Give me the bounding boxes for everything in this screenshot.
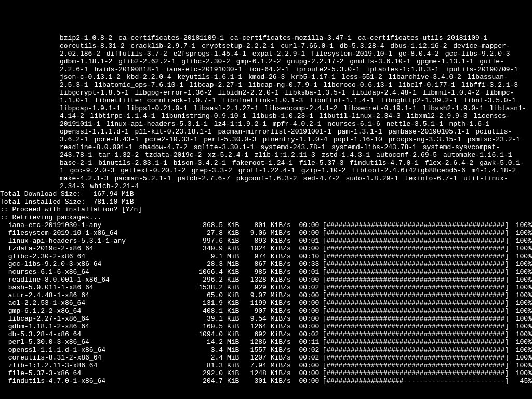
progress-bar: [#######################################… [322,369,509,377]
rate: 9.54 MiB/s [239,315,290,323]
percent: 100% [509,221,532,229]
time: 00:02 [291,330,320,338]
time: 00:00 [291,315,320,323]
size: 1066.4 KiB [195,268,240,276]
download-row: acl-2.2.53-1-x86_64131.9 KiB1199 KiB/s00… [0,299,532,307]
size: 28.3 MiB [195,260,240,268]
time: 00:10 [291,252,320,260]
rate: 985 KiB/s [239,268,290,276]
package-name: gmp-6.1.2-2-x86_64 [4,307,195,315]
rate: 301 KiB/s [239,377,290,385]
time: 00:01 [291,237,320,245]
percent: 100% [509,338,532,346]
download-row: filesystem-2019.10-1-x86_6427.8 KiB9.06 … [0,229,532,237]
time: 00:00 [291,229,320,237]
progress-bar: [#######################################… [322,229,509,237]
download-row: file-5.37-3-x86_64292.0 KiB1248 KiB/s00:… [0,369,532,377]
time: 00:00 [291,245,320,252]
size: 3.4 MiB [195,346,240,354]
size: 292.0 KiB [195,369,240,377]
package-name: filesystem-2019.10-1-x86_64 [4,229,195,237]
percent: 100% [509,299,532,307]
size: 27.8 KiB [195,229,240,237]
package-name: gcc-libs-9.2.0-3-x86_64 [4,260,195,268]
package-name: attr-2.4.48-1-x86_64 [4,291,195,299]
package-name: libcap-2.27-1-x86_64 [4,315,195,323]
download-row: openssl-1.1.1.d-1-x86_643.4 MiB1557 KiB/… [0,346,532,354]
size: 204.7 KiB [195,377,240,385]
progress-bar: [#######################################… [322,315,509,323]
percent: 100% [509,354,532,362]
percent: 100% [509,284,532,291]
rate: 9.07 MiB/s [239,291,290,299]
package-name: zlib-1:1.2.11-3-x86_64 [4,362,195,369]
package-name: db-5.3.28-4-x86_64 [4,330,195,338]
package-name: acl-2.2.53-1-x86_64 [4,299,195,307]
progress-bar: [###################--------------------… [322,377,509,385]
size: 131.9 KiB [195,299,240,307]
progress-bar: [#######################################… [322,268,509,276]
total-download: Total Download Size: 167.94 MiB [0,190,532,198]
size: 296.2 KiB [195,276,240,284]
progress-bar: [#######################################… [322,323,509,330]
progress-bar: [#######################################… [322,276,509,284]
progress-bar: [#######################################… [322,346,509,354]
progress-bar: [#######################################… [322,237,509,245]
percent: 100% [509,245,532,252]
progress-bar: [#######################################… [322,354,509,362]
download-row: coreutils-8.31-2-x86_642.4 MiB1207 KiB/s… [0,354,532,362]
rate: 907 KiB/s [239,307,290,315]
progress-bar: [#######################################… [322,260,509,268]
size: 2.4 MiB [195,354,240,362]
download-row: libcap-2.27-1-x86_6439.1 KiB9.54 MiB/s00… [0,315,532,323]
download-row: findutils-4.7.0-1-x86_64204.7 KiB301 KiB… [0,377,532,385]
progress-bar: [#######################################… [322,252,509,260]
percent: 100% [509,252,532,260]
time: 00:00 [291,291,320,299]
rate: 893 KiB/s [239,237,290,245]
time: 00:00 [291,377,320,385]
download-row: attr-2.4.48-1-x86_6465.0 KiB9.07 MiB/s00… [0,291,532,299]
time: 00:02 [291,354,320,362]
package-name: tzdata-2019c-2-x86_64 [4,245,195,252]
percent: 100% [509,307,532,315]
rate: 1557 KiB/s [239,346,290,354]
progress-bar: [#######################################… [322,291,509,299]
progress-bar: [#######################################… [322,307,509,315]
time: 00:01 [291,268,320,276]
size: 9.1 MiB [195,252,240,260]
percent: 100% [509,260,532,268]
size: 160.5 KiB [195,323,240,330]
progress-bar: [#######################################… [322,284,509,291]
package-name: gdbm-1.18.1-2-x86_64 [4,323,195,330]
progress-bar: [#######################################… [322,362,509,369]
download-row: gcc-libs-9.2.0-3-x86_6428.3 MiB867 KiB/s… [0,260,532,268]
package-name: openssl-1.1.1.d-1-x86_64 [4,346,195,354]
rate: 692 KiB/s [239,330,290,338]
percent: 45% [509,377,532,385]
download-row: tzdata-2019c-2-x86_64340.9 KiB1024 KiB/s… [0,245,532,252]
proceed-prompt[interactable]: :: Proceed with installation? [Y/n] [0,206,532,214]
rate: 1328 KiB/s [239,276,290,284]
size: 1094.0 KiB [195,330,240,338]
rate: 1264 KiB/s [239,323,290,330]
progress-bar: [#######################################… [322,245,509,252]
time: 00:00 [291,299,320,307]
download-row: readline-8.0.001-1-x86_64296.2 KiB1328 K… [0,276,532,284]
percent: 100% [509,323,532,330]
percent: 100% [509,291,532,299]
size: 408.1 KiB [195,307,240,315]
package-name: ncurses-6.1-6-x86_64 [4,268,195,276]
percent: 100% [509,330,532,338]
rate: 9.06 MiB/s [239,229,290,237]
percent: 100% [509,369,532,377]
package-name: perl-5.30.0-3-x86_64 [4,338,195,346]
time: 00:02 [291,284,320,291]
size: 81.3 KiB [195,362,240,369]
download-row: ncurses-6.1-6-x86_641066.4 KiB985 KiB/s0… [0,268,532,276]
download-row: zlib-1:1.2.11-3-x86_6481.3 KiB7.94 MiB/s… [0,362,532,369]
total-installed: Total Installed Size: 781.10 MiB [0,198,532,206]
percent: 100% [509,346,532,354]
rate: 7.94 MiB/s [239,362,290,369]
package-name: linux-api-headers-5.3.1-1-any [4,237,195,245]
